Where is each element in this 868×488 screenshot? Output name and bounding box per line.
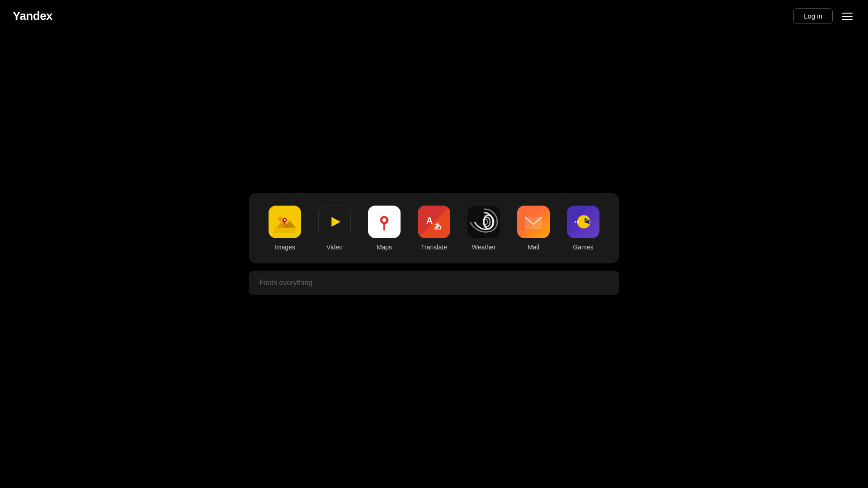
header: Yandex Log in	[0, 0, 868, 32]
app-label-mail: Mail	[528, 244, 539, 251]
svg-point-17	[575, 221, 576, 223]
svg-text:あ: あ	[434, 221, 442, 230]
svg-point-15	[585, 218, 587, 221]
svg-point-9	[382, 218, 386, 222]
app-item-weather[interactable]: Weather	[466, 206, 502, 251]
menu-button[interactable]	[839, 10, 855, 23]
svg-marker-7	[331, 217, 340, 226]
svg-text:A: A	[426, 216, 433, 225]
images-icon	[269, 206, 301, 238]
app-item-mail[interactable]: Mail	[515, 206, 552, 251]
login-button[interactable]: Log in	[793, 8, 833, 24]
app-label-games: Games	[573, 244, 593, 251]
app-item-games[interactable]: Games	[565, 206, 601, 251]
search-input[interactable]	[249, 271, 619, 295]
apps-panel: Images Video Maps	[249, 193, 619, 263]
app-label-video: Video	[326, 244, 343, 251]
app-item-images[interactable]: Images	[267, 206, 303, 251]
app-label-translate: Translate	[421, 244, 447, 251]
app-label-maps: Maps	[377, 244, 392, 251]
menu-line-2	[842, 16, 853, 17]
app-item-video[interactable]: Video	[316, 206, 353, 251]
logo: Yandex	[13, 9, 52, 23]
games-icon	[567, 206, 599, 238]
app-label-weather: Weather	[472, 244, 496, 251]
app-item-maps[interactable]: Maps	[366, 206, 402, 251]
main-content: Images Video Maps	[249, 193, 619, 295]
weather-icon	[467, 206, 500, 238]
video-icon	[318, 206, 351, 238]
app-item-translate[interactable]: A あ Translate	[416, 206, 452, 251]
svg-point-16	[577, 221, 579, 223]
translate-icon: A あ	[418, 206, 450, 238]
menu-line-3	[842, 19, 853, 20]
maps-icon	[368, 206, 401, 238]
svg-rect-3	[274, 228, 296, 233]
app-label-images: Images	[274, 244, 295, 251]
mail-icon	[517, 206, 550, 238]
header-right: Log in	[793, 8, 855, 24]
svg-point-5	[284, 219, 286, 221]
menu-line-1	[842, 13, 853, 14]
